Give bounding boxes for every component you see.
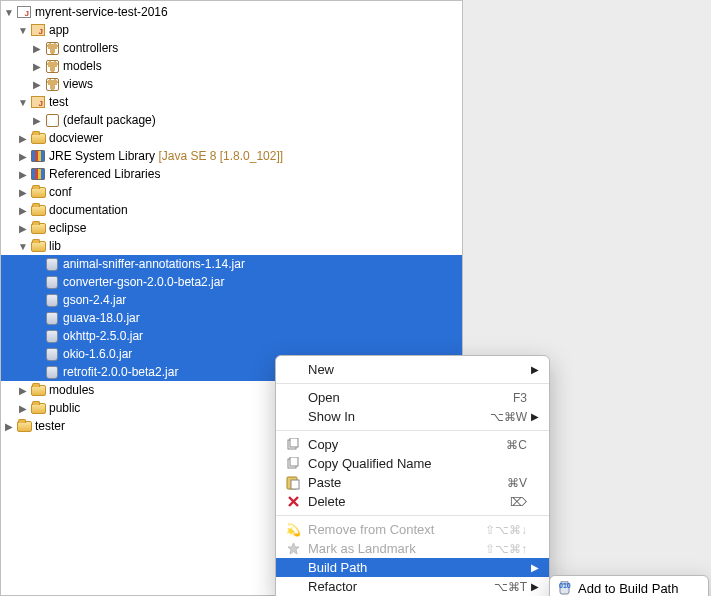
shortcut: ⌥⌘T [494,580,527,594]
jre-text: JRE System Library [49,149,155,163]
menu-show-in[interactable]: Show In ⌥⌘W ▶ [276,407,549,426]
menu-new[interactable]: New ▶ [276,360,549,379]
library-icon [30,148,46,164]
svg-rect-1 [290,438,298,447]
menu-label: Copy Qualified Name [308,456,527,471]
menu-paste[interactable]: Paste ⌘V [276,473,549,492]
delete-icon [284,495,302,508]
expand-arrow[interactable]: ▶ [17,133,29,144]
jar-add-icon: 010 [556,581,574,595]
menu-delete[interactable]: Delete ⌦ [276,492,549,511]
jar-file[interactable]: ▶ gson-2.4.jar [1,291,462,309]
folder-eclipse[interactable]: ▶ eclipse [1,219,462,237]
package-icon [44,58,60,74]
folder-docviewer[interactable]: ▶ docviewer [1,129,462,147]
menu-label: Delete [308,494,500,509]
menu-refactor[interactable]: Refactor ⌥⌘T ▶ [276,577,549,596]
package-models[interactable]: ▶ models [1,57,462,75]
expand-arrow[interactable]: ▶ [31,79,43,90]
folder-icon [30,238,46,254]
menu-label: Open [308,390,503,405]
folder-test[interactable]: ▼ test [1,93,462,111]
jar-file[interactable]: ▶ guava-18.0.jar [1,309,462,327]
expand-arrow[interactable]: ▶ [17,205,29,216]
jar-icon [44,328,60,344]
node-label: app [49,23,69,37]
package-default[interactable]: ▶ (default package) [1,111,462,129]
expand-arrow[interactable]: ▶ [17,151,29,162]
paste-icon [284,476,302,490]
node-label: lib [49,239,61,253]
expand-arrow[interactable]: ▼ [17,241,29,252]
node-label: modules [49,383,94,397]
expand-arrow[interactable]: ▶ [3,421,15,432]
library-icon [30,166,46,182]
remove-context-icon: 💫 [284,523,302,537]
menu-label: Mark as Landmark [308,541,475,556]
menu-copy[interactable]: Copy ⌘C [276,435,549,454]
menu-label: New [308,362,527,377]
copy-icon [284,438,302,452]
folder-app[interactable]: ▼ app [1,21,462,39]
menu-copy-qualified-name[interactable]: Copy Qualified Name [276,454,549,473]
jar-icon [44,292,60,308]
jar-icon [44,274,60,290]
node-label: tester [35,419,65,433]
package-icon [44,76,60,92]
shortcut: F3 [513,391,527,405]
expand-arrow[interactable]: ▶ [17,169,29,180]
jar-label: gson-2.4.jar [63,293,126,307]
jar-label: guava-18.0.jar [63,311,140,325]
shortcut: ⇧⌥⌘↑ [485,542,527,556]
jar-file[interactable]: ▶ converter-gson-2.0.0-beta2.jar [1,273,462,291]
menu-build-path[interactable]: Build Path ▶ [276,558,549,577]
menu-label: Copy [308,437,496,452]
node-label: controllers [63,41,118,55]
menu-open[interactable]: Open F3 [276,388,549,407]
expand-arrow[interactable]: ▶ [31,61,43,72]
menu-label: Paste [308,475,497,490]
menu-label: Show In [308,409,480,424]
expand-arrow[interactable]: ▶ [31,43,43,54]
node-label: models [63,59,102,73]
expand-arrow[interactable]: ▼ [3,7,15,18]
expand-arrow[interactable]: ▶ [17,385,29,396]
menu-add-to-build-path[interactable]: 010 Add to Build Path [550,579,708,596]
context-menu: New ▶ Open F3 Show In ⌥⌘W ▶ Copy ⌘C Copy… [275,355,550,596]
package-empty-icon [44,112,60,128]
jar-file[interactable]: ▶ okhttp-2.5.0.jar [1,327,462,345]
expand-arrow[interactable]: ▶ [17,187,29,198]
package-controllers[interactable]: ▶ controllers [1,39,462,57]
node-label: public [49,401,80,415]
menu-label: Refactor [308,579,484,594]
project-root[interactable]: ▼ myrent-service-test-2016 [1,3,462,21]
expand-arrow[interactable]: ▶ [17,403,29,414]
folder-icon [30,220,46,236]
referenced-libraries[interactable]: ▶ Referenced Libraries [1,165,462,183]
shortcut: ⌘V [507,476,527,490]
node-label: eclipse [49,221,86,235]
expand-arrow[interactable]: ▶ [31,115,43,126]
folder-conf[interactable]: ▶ conf [1,183,462,201]
jar-label: okio-1.6.0.jar [63,347,132,361]
jre-library[interactable]: ▶ JRE System Library [Java SE 8 [1.8.0_1… [1,147,462,165]
jar-icon [44,256,60,272]
jar-file[interactable]: ▶ animal-sniffer-annotations-1.14.jar [1,255,462,273]
jar-icon [44,346,60,362]
folder-icon [30,382,46,398]
expand-arrow[interactable]: ▶ [17,223,29,234]
folder-lib[interactable]: ▼ lib [1,237,462,255]
jar-label: okhttp-2.5.0.jar [63,329,143,343]
menu-label: Build Path [308,560,527,575]
menu-mark-as-landmark: Mark as Landmark ⇧⌥⌘↑ [276,539,549,558]
expand-arrow[interactable]: ▼ [17,97,29,108]
shortcut: ⇧⌥⌘↓ [485,523,527,537]
shortcut: ⌥⌘W [490,410,527,424]
expand-arrow[interactable]: ▼ [17,25,29,36]
svg-rect-3 [290,457,298,466]
folder-icon [30,184,46,200]
folder-documentation[interactable]: ▶ documentation [1,201,462,219]
package-views[interactable]: ▶ views [1,75,462,93]
node-label: Referenced Libraries [49,167,160,181]
jar-icon [44,364,60,380]
